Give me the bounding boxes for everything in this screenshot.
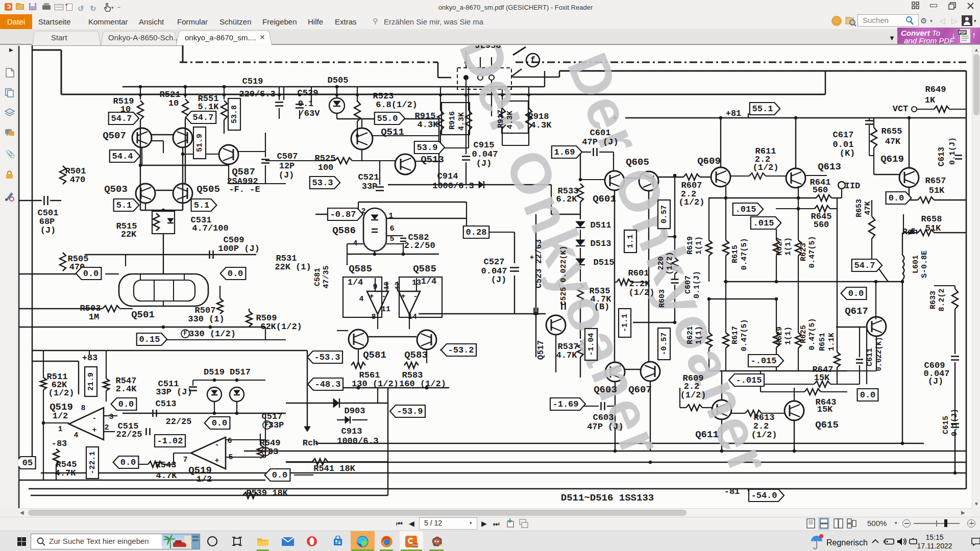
- svg-text:33P (J): 33P (J): [156, 387, 192, 397]
- svg-text:Q615: Q615: [815, 419, 839, 431]
- svg-text:Q585: Q585: [349, 263, 372, 274]
- svg-text:47K: 47K: [864, 201, 872, 215]
- svg-text:47K: 47K: [885, 137, 901, 146]
- svg-text:0.15: 0.15: [139, 335, 160, 344]
- svg-text:53.8: 53.8: [230, 105, 239, 123]
- svg-text:Q586: Q586: [332, 225, 356, 236]
- svg-text:1/2: 1/2: [53, 411, 68, 421]
- svg-text:-1.02: -1.02: [157, 436, 183, 446]
- svg-text:0.28: 0.28: [466, 228, 487, 237]
- svg-text:-: -: [214, 441, 219, 449]
- svg-text:8: 8: [371, 313, 376, 321]
- svg-text:4.3K: 4.3K: [506, 111, 514, 129]
- svg-text:1(1): 1(1): [695, 236, 703, 255]
- svg-text:S-0.8E: S-0.8E: [920, 251, 929, 278]
- svg-text:.015: .015: [753, 218, 774, 228]
- svg-text:53.9: 53.9: [417, 143, 438, 153]
- svg-text:8: 8: [81, 404, 85, 413]
- svg-text:21.9: 21.9: [87, 372, 95, 391]
- svg-text:Rch: Rch: [303, 438, 318, 448]
- svg-text:Q607: Q607: [628, 384, 652, 395]
- svg-text:VCT: VCT: [893, 104, 909, 114]
- svg-text:1.69: 1.69: [554, 147, 575, 157]
- svg-text:D515: D515: [594, 258, 615, 267]
- svg-text:C915: C915: [474, 140, 495, 150]
- svg-text:-F. -E: -F. -E: [229, 185, 260, 194]
- svg-text:4.3K: 4.3K: [531, 120, 552, 130]
- svg-text:C581: C581: [313, 268, 322, 286]
- svg-text:33P: 33P: [362, 182, 378, 191]
- svg-text:22/25: 22/25: [116, 430, 142, 439]
- svg-text:2.4K: 2.4K: [116, 384, 137, 394]
- svg-text:-: -: [413, 292, 418, 300]
- svg-text:R653: R653: [855, 199, 864, 217]
- svg-text:0.47(5): 0.47(5): [808, 318, 817, 350]
- svg-text:1.1: 1.1: [626, 234, 635, 248]
- svg-text:5.1K: 5.1K: [198, 102, 219, 112]
- svg-text:0.0: 0.0: [118, 399, 134, 409]
- svg-text:1: 1: [58, 425, 62, 434]
- svg-text:13: 13: [412, 279, 421, 287]
- svg-text:5: 5: [389, 235, 394, 243]
- svg-text:-53.9: -53.9: [397, 407, 423, 416]
- svg-text:2.2/50: 2.2/50: [404, 241, 435, 251]
- svg-text:11: 11: [381, 305, 390, 314]
- svg-text:4.3K: 4.3K: [418, 120, 439, 130]
- svg-text:4.7K: 4.7K: [55, 468, 77, 478]
- svg-text:6: 6: [227, 437, 232, 445]
- svg-text:D513: D513: [591, 239, 611, 248]
- svg-text:(1/2): (1/2): [48, 388, 74, 398]
- svg-text:(1/2): (1/2): [751, 430, 777, 440]
- svg-text:R916: R916: [448, 111, 457, 130]
- svg-text:51.9: 51.9: [195, 134, 204, 152]
- svg-text:R621: R621: [686, 326, 695, 344]
- svg-text:Q503: Q503: [104, 184, 128, 195]
- svg-text:Q617: Q617: [845, 306, 868, 317]
- svg-text:-.015: -.015: [750, 356, 776, 366]
- svg-text:R655: R655: [881, 127, 902, 136]
- svg-text:R633: R633: [929, 291, 938, 309]
- svg-text:C607: C607: [684, 276, 693, 294]
- svg-text:0.022(K): 0.022(K): [875, 337, 883, 371]
- svg-text:33: 33: [268, 447, 278, 457]
- svg-text:-.015: -.015: [736, 375, 762, 385]
- svg-text:-53.2: -53.2: [448, 345, 474, 355]
- svg-text:0.57: 0.57: [660, 205, 669, 223]
- svg-text:F: F: [265, 421, 268, 429]
- svg-text:Q517: Q517: [536, 340, 546, 360]
- svg-text:4: 4: [353, 239, 357, 248]
- svg-text:D903: D903: [345, 406, 365, 416]
- svg-text:C914: C914: [437, 171, 458, 181]
- svg-text:Q619: Q619: [880, 154, 904, 165]
- svg-text:54.7: 54.7: [854, 261, 875, 270]
- svg-text:Q513: Q513: [421, 154, 444, 165]
- svg-text:47P (J): 47P (J): [582, 137, 618, 147]
- svg-text:54.4: 54.4: [112, 152, 133, 161]
- svg-text:D505: D505: [328, 76, 349, 85]
- svg-text:10: 10: [383, 282, 390, 290]
- svg-text:Q511: Q511: [381, 127, 404, 138]
- svg-text:R651: R651: [818, 333, 827, 351]
- svg-text:R543: R543: [156, 460, 177, 470]
- svg-text:05: 05: [22, 458, 33, 468]
- svg-text:-: -: [382, 292, 386, 300]
- svg-text:-54.0: -54.0: [751, 491, 777, 500]
- svg-text:R619: R619: [686, 236, 695, 255]
- svg-text:1: 1: [388, 212, 393, 220]
- svg-text:12: 12: [394, 282, 402, 290]
- svg-text:51K: 51K: [925, 223, 941, 233]
- svg-text:(1/2): (1/2): [628, 288, 654, 297]
- svg-text:R627: R627: [775, 237, 784, 256]
- svg-text:130 (1/2): 130 (1/2): [352, 379, 399, 389]
- svg-text:(J): (J): [40, 226, 56, 235]
- svg-text:D511~D516 1SS133: D511~D516 1SS133: [561, 492, 654, 504]
- svg-text:(1/2): (1/2): [680, 390, 706, 400]
- svg-text:R649: R649: [925, 85, 946, 94]
- svg-text:C521: C521: [358, 172, 379, 182]
- svg-text:C613: C613: [937, 147, 946, 166]
- svg-text:1.1K: 1.1K: [827, 333, 836, 351]
- svg-text:Q609: Q609: [697, 156, 721, 167]
- svg-text:15K: 15K: [817, 405, 833, 414]
- svg-text:62K(1/2): 62K(1/2): [260, 322, 302, 332]
- svg-text:22K: 22K: [121, 230, 137, 239]
